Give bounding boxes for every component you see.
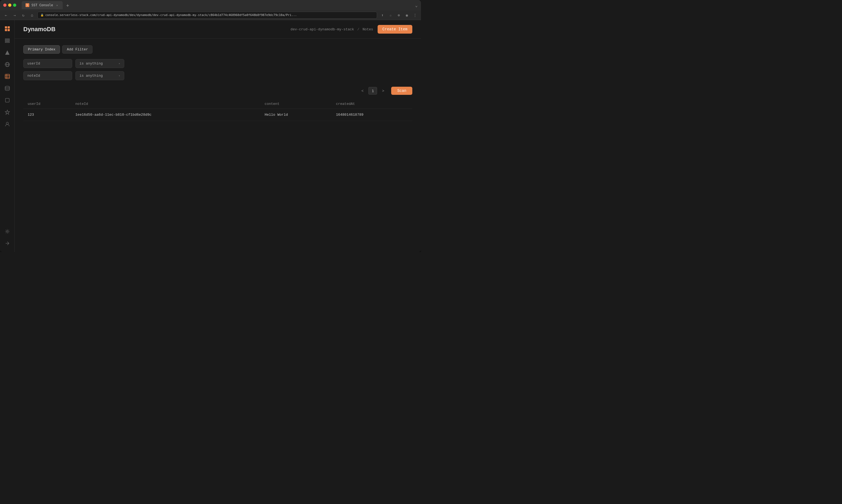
svg-rect-7	[5, 40, 10, 41]
sidebar-item-api[interactable]	[2, 60, 12, 69]
current-page-number: 1	[368, 87, 377, 94]
sidebar-item-cognito[interactable]	[2, 119, 12, 129]
svg-point-21	[6, 231, 8, 232]
share-icon[interactable]: ⬆	[379, 12, 386, 18]
add-filter-button[interactable]: Add Filter	[62, 45, 92, 54]
tab-bar: S SST Console ✕ + ⌄	[22, 1, 418, 9]
breadcrumb-separator: /	[357, 28, 359, 32]
cell-noteId: 1ee16d50-aa6d-11ec-b810-cf1bd6e28d9c	[71, 109, 260, 121]
browser-titlebar: S SST Console ✕ + ⌄	[0, 0, 421, 10]
sidebar-item-stacks[interactable]	[2, 36, 12, 46]
userid-condition-chevron: ▾	[119, 62, 120, 65]
sidebar-item-expand[interactable]	[2, 238, 12, 248]
col-createdat: createdAt	[331, 99, 412, 109]
noteid-field-input[interactable]	[23, 71, 72, 80]
toolbar-actions: ⬆ ☆ ⊕ ◉ ⋮	[379, 12, 418, 18]
filter-row-noteid: is anything ▾	[23, 71, 412, 80]
svg-marker-19	[5, 110, 10, 114]
cell-userId: 123	[23, 109, 71, 121]
bookmark-icon[interactable]: ☆	[388, 12, 394, 18]
scan-button[interactable]: Scan	[391, 87, 412, 95]
filter-section: Primary Index Add Filter is anything ▾	[23, 45, 412, 80]
filter-row-userid: is anything ▾	[23, 59, 412, 68]
maximize-traffic-light[interactable]	[13, 3, 16, 7]
breadcrumb-table: Notes	[363, 28, 373, 32]
col-userid: userId	[23, 99, 71, 109]
svg-rect-8	[5, 42, 10, 42]
tab-label: SST Console	[32, 3, 53, 7]
breadcrumb: dev-crud-api-dynamodb-my-stack / Notes	[291, 28, 373, 32]
svg-rect-6	[5, 39, 10, 39]
main-content: DynamoDB dev-crud-api-dynamodb-my-stack …	[15, 20, 421, 252]
browser-toolbar: ← → ↻ ⌂ 🔒 console.serverless-stack.com/c…	[0, 10, 421, 20]
close-traffic-light[interactable]	[3, 3, 6, 7]
sidebar	[0, 20, 15, 252]
sidebar-item-settings[interactable]	[2, 227, 12, 236]
tab-favicon: S	[25, 3, 29, 7]
table-row[interactable]: 1231ee16d50-aa6d-11ec-b810-cf1bd6e28d9cH…	[23, 109, 412, 121]
content-body: Primary Index Add Filter is anything ▾	[15, 39, 421, 252]
breadcrumb-stack: dev-crud-api-dynamodb-my-stack	[291, 28, 354, 32]
svg-rect-13	[5, 74, 10, 78]
noteid-condition-label: is anything	[80, 74, 103, 78]
profile-icon[interactable]: ◉	[403, 12, 410, 18]
sidebar-item-buckets[interactable]	[2, 95, 12, 105]
svg-marker-9	[5, 50, 10, 55]
sidebar-item-functions[interactable]	[2, 48, 12, 57]
tab-expand-button[interactable]: ⌄	[415, 3, 418, 8]
sidebar-item-dynamodb[interactable]	[2, 72, 12, 81]
svg-text:S: S	[27, 4, 28, 6]
svg-rect-18	[5, 98, 9, 102]
col-content: content	[260, 99, 332, 109]
userid-condition-select[interactable]: is anything ▾	[75, 59, 124, 68]
svg-rect-3	[7, 26, 10, 29]
new-tab-button[interactable]: +	[64, 1, 71, 9]
next-page-button[interactable]: >	[379, 87, 387, 94]
create-item-button[interactable]: Create Item	[378, 25, 412, 34]
svg-point-20	[6, 122, 8, 124]
noteid-condition-chevron: ▾	[119, 74, 120, 77]
home-button[interactable]: ⌂	[29, 12, 35, 18]
svg-point-17	[5, 86, 10, 88]
page-title: DynamoDB	[23, 26, 56, 33]
minimize-traffic-light[interactable]	[8, 3, 12, 7]
cell-content: Hello World	[260, 109, 332, 121]
page-header: DynamoDB dev-crud-api-dynamodb-my-stack …	[15, 20, 421, 39]
svg-rect-2	[5, 26, 7, 29]
sidebar-item-events[interactable]	[2, 107, 12, 117]
menu-icon[interactable]: ⋮	[412, 12, 418, 18]
forward-button[interactable]: →	[12, 12, 18, 18]
sidebar-item-app[interactable]	[2, 24, 12, 34]
pagination-row: < 1 > Scan	[23, 87, 412, 95]
svg-rect-4	[5, 29, 7, 31]
security-lock-icon: 🔒	[40, 14, 44, 17]
userid-field-input[interactable]	[23, 59, 72, 68]
prev-page-button[interactable]: <	[359, 87, 366, 94]
app-layout: DynamoDB dev-crud-api-dynamodb-my-stack …	[0, 20, 421, 252]
sidebar-item-rds[interactable]	[2, 84, 12, 93]
browser-window: S SST Console ✕ + ⌄ ← → ↻ ⌂ 🔒 console.se…	[0, 0, 421, 252]
refresh-button[interactable]: ↻	[20, 12, 27, 18]
extensions-icon[interactable]: ⊕	[395, 12, 402, 18]
cell-createdAt: 1648014618789	[331, 109, 412, 121]
primary-index-tab[interactable]: Primary Index	[23, 45, 60, 54]
userid-condition-label: is anything	[80, 61, 103, 66]
filter-tabs: Primary Index Add Filter	[23, 45, 412, 54]
traffic-lights	[3, 3, 16, 7]
col-noteid: noteId	[71, 99, 260, 109]
svg-rect-5	[7, 29, 10, 31]
address-bar[interactable]: 🔒 console.serverless-stack.com/crud-api-…	[37, 12, 377, 19]
back-button[interactable]: ←	[3, 12, 9, 18]
header-right: dev-crud-api-dynamodb-my-stack / Notes C…	[291, 25, 412, 34]
data-table: userId noteId content createdAt 1231ee16…	[23, 99, 412, 121]
url-text: console.serverless-stack.com/crud-api-dy…	[45, 13, 374, 17]
active-tab[interactable]: S SST Console ✕	[22, 1, 63, 9]
noteid-condition-select[interactable]: is anything ▾	[75, 71, 124, 80]
tab-close-button[interactable]: ✕	[55, 3, 59, 7]
